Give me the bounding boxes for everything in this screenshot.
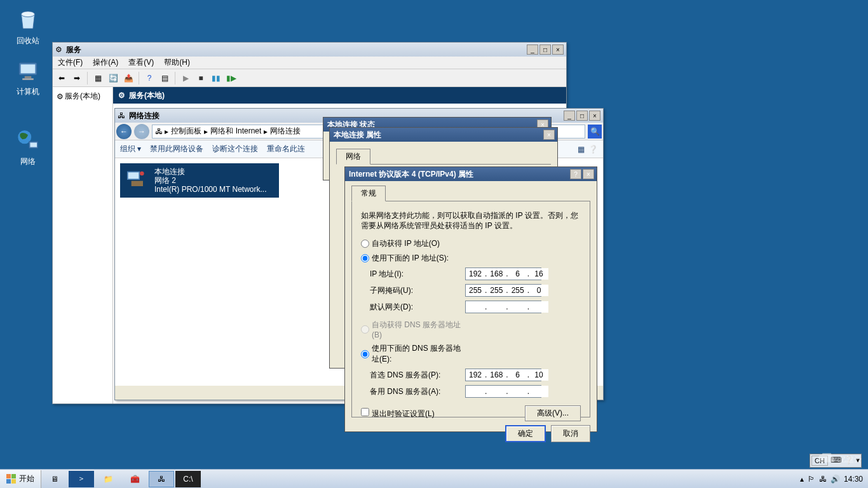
props-icon[interactable]: ▤ bbox=[158, 72, 171, 85]
network-icon[interactable]: 网络 bbox=[9, 127, 47, 167]
tcpip-dialog[interactable]: Internet 协议版本 4 (TCP/IPv4) 属性 ? × 常规 如果网… bbox=[344, 166, 597, 432]
menu-help[interactable]: 帮助(H) bbox=[159, 56, 195, 69]
nav-fwd[interactable]: → bbox=[134, 124, 149, 139]
svg-rect-12 bbox=[6, 474, 11, 478]
tool-icon[interactable]: ▦ bbox=[92, 72, 104, 85]
search-button[interactable]: 🔍 bbox=[588, 125, 602, 139]
adns-input[interactable]: ... bbox=[465, 385, 541, 398]
close-button[interactable]: × bbox=[552, 44, 564, 55]
svg-rect-7 bbox=[31, 143, 37, 147]
radio-use-ip[interactable] bbox=[361, 254, 369, 262]
svg-point-0 bbox=[22, 11, 35, 17]
menu-view[interactable]: 查看(V) bbox=[123, 56, 159, 69]
computer-icon[interactable]: 计算机 bbox=[9, 57, 47, 97]
services-title: 服务 bbox=[65, 44, 524, 55]
play-icon[interactable]: ▶ bbox=[179, 72, 192, 85]
services-tree: ⚙服务(本地) bbox=[53, 87, 113, 403]
validate-checkbox[interactable] bbox=[361, 408, 369, 416]
rename-conn[interactable]: 重命名此连 bbox=[267, 144, 305, 154]
taskbar-explorer-icon[interactable]: 📁 bbox=[95, 471, 121, 487]
svg-rect-3 bbox=[25, 76, 32, 79]
tab-network[interactable]: 网络 bbox=[336, 149, 370, 165]
taskbar-netconn[interactable]: 🖧 bbox=[149, 471, 174, 487]
watermark: 亿速云 bbox=[817, 453, 862, 466]
recycle-bin-icon[interactable]: 回收站 bbox=[9, 6, 47, 46]
windows-icon bbox=[6, 474, 17, 484]
services-titlebar[interactable]: ⚙ 服务 _ □ × bbox=[53, 43, 566, 57]
refresh-icon[interactable]: 🔄 bbox=[107, 72, 119, 85]
radio-use-dns[interactable] bbox=[361, 350, 369, 358]
tray-time[interactable]: 14:30 bbox=[844, 475, 863, 484]
system-tray: ▴ 🏳 🖧 🔊 14:30 bbox=[795, 475, 868, 484]
mask-label: 子网掩码(U): bbox=[370, 285, 465, 296]
diagnose-conn[interactable]: 诊断这个连接 bbox=[212, 144, 258, 154]
disable-device[interactable]: 禁用此网络设备 bbox=[150, 144, 203, 154]
conn-adapter: Intel(R) PRO/1000 MT Network... bbox=[154, 185, 267, 194]
export-icon[interactable]: 📤 bbox=[122, 72, 135, 85]
view-icon[interactable]: ▦ bbox=[578, 145, 585, 154]
help-icon[interactable]: ❔ bbox=[588, 145, 598, 154]
close-button[interactable]: × bbox=[543, 130, 555, 140]
organize-menu[interactable]: 组织 ▾ bbox=[120, 144, 141, 154]
pdns-input[interactable]: ... bbox=[465, 369, 541, 381]
maximize-button[interactable]: □ bbox=[539, 44, 551, 55]
taskbar-server-icon[interactable]: 🖥 bbox=[42, 471, 67, 487]
tray-sound-icon[interactable]: 🔊 bbox=[831, 475, 840, 484]
mask-input[interactable]: ... bbox=[465, 284, 541, 297]
taskbar: 开始 🖥 ＞ 📁 🧰 🖧 C:\ ▴ 🏳 🖧 🔊 14:30 bbox=[0, 469, 868, 488]
netconn-icon: 🖧 bbox=[118, 111, 125, 120]
tcpip-desc: 如果网络支持此功能，则可以获取自动指派的 IP 设置。否则，您需要从网络系统管理… bbox=[361, 210, 581, 231]
taskbar-cmd-icon[interactable]: C:\ bbox=[175, 471, 201, 487]
tray-flag-icon[interactable]: 🏳 bbox=[808, 475, 815, 484]
svg-rect-14 bbox=[6, 479, 11, 484]
props-titlebar[interactable]: 本地连接 属性 × bbox=[330, 128, 557, 142]
advanced-button[interactable]: 高级(V)... bbox=[525, 405, 581, 421]
nav-back[interactable]: ← bbox=[116, 124, 132, 139]
svg-rect-13 bbox=[11, 474, 16, 478]
adapter-icon bbox=[124, 167, 149, 193]
svg-point-11 bbox=[140, 172, 144, 176]
tree-node-services-local[interactable]: ⚙服务(本地) bbox=[55, 90, 110, 103]
tab-general[interactable]: 常规 bbox=[351, 186, 386, 201]
close-button[interactable]: × bbox=[589, 111, 600, 121]
ip-label: IP 地址(I): bbox=[370, 269, 465, 280]
conn-network: 网络 2 bbox=[154, 176, 267, 185]
start-button[interactable]: 开始 bbox=[0, 470, 41, 488]
connection-item[interactable]: 本地连接 网络 2 Intel(R) PRO/1000 MT Network..… bbox=[120, 163, 279, 198]
taskbar-powershell-icon[interactable]: ＞ bbox=[69, 471, 94, 487]
cancel-button[interactable]: 取消 bbox=[551, 425, 590, 442]
taskbar-tools-icon[interactable]: 🧰 bbox=[122, 471, 147, 487]
minimize-button[interactable]: _ bbox=[527, 44, 538, 55]
tcpip-title: Internet 协议版本 4 (TCP/IPv4) 属性 bbox=[348, 169, 567, 180]
ip-input[interactable]: ... bbox=[465, 268, 541, 280]
adns-label: 备用 DNS 服务器(A): bbox=[370, 386, 465, 397]
menu-file[interactable]: 文件(F) bbox=[53, 56, 88, 69]
restart-icon[interactable]: ▮▶ bbox=[225, 72, 238, 85]
close-button[interactable]: × bbox=[583, 169, 594, 179]
back-button[interactable]: ⬅ bbox=[55, 72, 68, 85]
gw-input[interactable]: ... bbox=[465, 301, 541, 313]
tray-network-icon[interactable]: 🖧 bbox=[819, 475, 827, 484]
svg-rect-2 bbox=[21, 64, 36, 73]
svg-rect-10 bbox=[132, 181, 143, 186]
gw-label: 默认网关(D): bbox=[370, 302, 465, 313]
radio-auto-dns bbox=[361, 325, 369, 334]
tray-expand-icon[interactable]: ▴ bbox=[800, 475, 804, 484]
radio-auto-ip[interactable] bbox=[361, 240, 369, 248]
svg-rect-9 bbox=[128, 172, 139, 179]
conn-name: 本地连接 bbox=[154, 167, 267, 176]
tcpip-titlebar[interactable]: Internet 协议版本 4 (TCP/IPv4) 属性 ? × bbox=[345, 167, 597, 181]
help-button[interactable]: ? bbox=[570, 169, 581, 179]
pause-icon[interactable]: ▮▮ bbox=[210, 72, 222, 85]
svg-rect-15 bbox=[11, 479, 16, 484]
maximize-button[interactable]: □ bbox=[576, 111, 588, 121]
fwd-button[interactable]: ➡ bbox=[71, 72, 83, 85]
pdns-label: 首选 DNS 服务器(P): bbox=[370, 370, 465, 381]
minimize-button[interactable]: _ bbox=[564, 111, 575, 121]
stop-icon[interactable]: ■ bbox=[194, 72, 207, 85]
help-icon[interactable]: ? bbox=[143, 72, 156, 85]
ok-button[interactable]: 确定 bbox=[505, 425, 546, 442]
services-header: ⚙服务(本地) bbox=[113, 87, 566, 104]
svg-rect-4 bbox=[22, 78, 34, 80]
menu-action[interactable]: 操作(A) bbox=[88, 56, 123, 69]
